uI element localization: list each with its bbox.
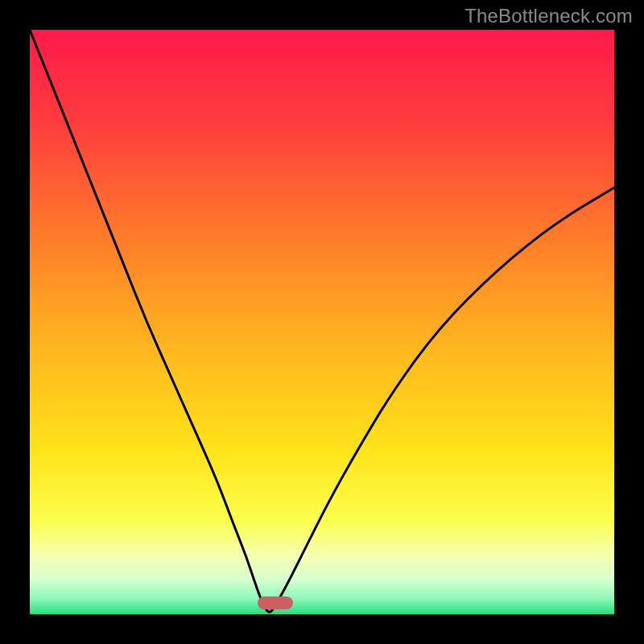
chart-frame: TheBottleneck.com: [0, 0, 644, 644]
plot-area: [30, 30, 614, 614]
watermark-text: TheBottleneck.com: [464, 5, 633, 27]
optimum-marker: [258, 597, 293, 609]
gradient-plot: [30, 30, 614, 614]
gradient-background: [30, 30, 614, 614]
